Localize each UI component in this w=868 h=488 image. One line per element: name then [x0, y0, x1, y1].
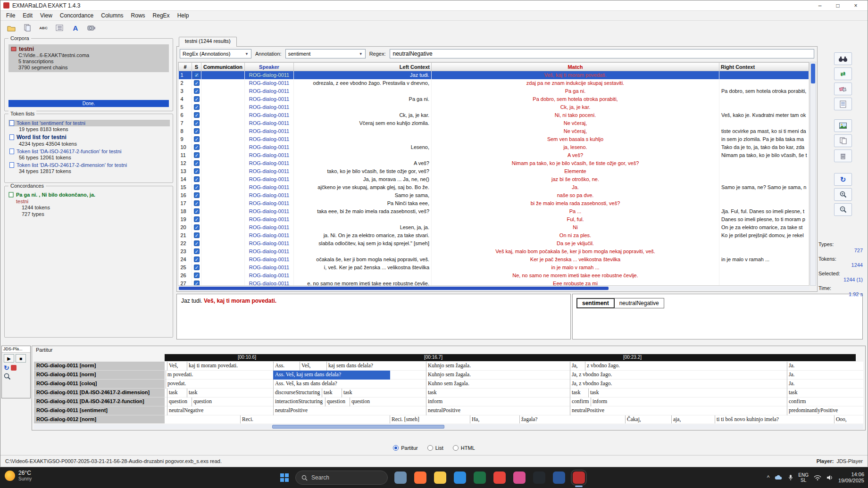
partitur-cell[interactable]: Ass.: [273, 362, 286, 371]
token-list-item[interactable]: Token list 'sentiment' for testni19 type…: [5, 119, 173, 132]
row-checkbox[interactable]: ✓: [194, 216, 200, 222]
edge-taskbar-icon[interactable]: [454, 471, 466, 484]
result-row[interactable]: 27✓ROG-dialog-0011e, no samo ne morem im…: [179, 280, 809, 286]
row-checkbox[interactable]: ✓: [194, 152, 200, 158]
row-checkbox[interactable]: ✓: [194, 136, 200, 142]
concordance-entry[interactable]: Pa ga ni. , Ni bilo dokončano, ja. testn…: [8, 192, 169, 217]
partitur-cell[interactable]: Ass. Veš, kaj sem dans delala?: [273, 371, 390, 380]
partitur-cell[interactable]: neutralPositive: [426, 406, 462, 415]
partitur-cell[interactable]: Kuhnjo sem žagala.: [426, 362, 472, 371]
row-checkbox[interactable]: ✓: [194, 265, 200, 270]
github-desktop-taskbar-icon[interactable]: [533, 471, 545, 484]
volume-icon[interactable]: [826, 475, 833, 480]
result-row[interactable]: 26✓ROG-dialog-0011Ne, no samo ne morem i…: [179, 272, 809, 280]
partitur-cell[interactable]: neutralPositive: [570, 406, 606, 415]
annotation-value-cell[interactable]: neutralNegative: [615, 298, 664, 308]
regex-input[interactable]: [390, 49, 814, 58]
partitur-cell[interactable]: task: [570, 389, 582, 397]
stop-button[interactable]: ■: [16, 354, 26, 363]
result-row[interactable]: 13✓ROG-dialog-0011tako, ko je bilo včasi…: [179, 167, 809, 175]
partitur-cell[interactable]: Veš,: [300, 362, 312, 371]
partitur-cell[interactable]: task: [342, 389, 354, 397]
horizontal-scrollbar[interactable]: [178, 286, 810, 290]
zoom-in-icon[interactable]: [834, 188, 852, 201]
delete-icon[interactable]: [834, 149, 852, 162]
partitur-cell[interactable]: neutralNegative: [167, 406, 205, 415]
file-explorer-taskbar-icon[interactable]: [434, 471, 446, 484]
wifi-icon[interactable]: [814, 475, 821, 480]
result-row[interactable]: 5✓ROG-dialog-0011Ck, ja, je kar.: [179, 103, 809, 111]
row-checkbox[interactable]: ✓: [194, 176, 200, 182]
partitur-cell[interactable]: question: [192, 397, 213, 406]
loop-icon[interactable]: ↻: [4, 364, 9, 372]
row-checkbox[interactable]: ✓: [194, 208, 200, 214]
partitur-track-label[interactable]: ROG-dialog-0011 [coloq]: [34, 380, 165, 389]
row-checkbox[interactable]: ✓: [194, 168, 200, 174]
search-binoculars-icon[interactable]: [834, 52, 852, 65]
row-checkbox[interactable]: ✓: [194, 104, 200, 110]
partitur-scrollbar[interactable]: [34, 424, 863, 429]
media-app-taskbar-icon[interactable]: [513, 471, 526, 484]
partitur-cell[interactable]: task: [787, 389, 799, 397]
partitur-cell[interactable]: inform: [426, 397, 444, 406]
copy-icon[interactable]: [834, 134, 852, 147]
result-row[interactable]: 8✓ROG-dialog-0011Ne včeraj,tiste ocvirke…: [179, 127, 809, 135]
onedrive-cloud-icon[interactable]: [775, 475, 783, 480]
token-list-item[interactable]: Token list 'DA-ISO-24617-2-dimension' fo…: [5, 161, 173, 174]
new-document-icon[interactable]: [21, 22, 33, 33]
row-checkbox[interactable]: ✓: [194, 200, 200, 206]
partitur-cell[interactable]: predominantlyPositive: [787, 406, 839, 415]
result-row[interactable]: 6✓ROG-dialog-0011Ck, ja, je kar.Ni, ni t…: [179, 111, 809, 119]
partitur-cell[interactable]: z vbodno žago.: [585, 362, 621, 371]
partitur-cell[interactable]: task: [426, 389, 438, 397]
partitur-cell[interactable]: neutralPositive: [273, 406, 309, 415]
row-checkbox[interactable]: ✓: [194, 72, 200, 78]
result-row[interactable]: 14✓ROG-dialog-0011Ja, ja, morava ... Ja,…: [179, 175, 809, 183]
row-checkbox[interactable]: ✓: [194, 248, 200, 254]
partitur-cell[interactable]: question: [350, 397, 371, 406]
open-corpus-icon[interactable]: [5, 22, 17, 33]
partitur-cell[interactable]: m povedati.: [166, 371, 194, 380]
partitur-cell[interactable]: žagala?: [519, 415, 539, 423]
result-row[interactable]: 22✓ROG-dialog-0011slabša odločitev, kaj …: [179, 240, 809, 248]
view-radio-html[interactable]: HTML: [453, 445, 475, 451]
task-view-taskbar-icon[interactable]: [394, 471, 407, 484]
result-row[interactable]: 21✓ROG-dialog-0011ja. Ni. On je za elekt…: [179, 232, 809, 240]
partitur-track-label[interactable]: ROG-dialog-0011 [norm]: [34, 371, 165, 380]
result-row[interactable]: 23✓ROG-dialog-0011Veš kaj, malo bom poča…: [179, 248, 809, 256]
partitur-cell[interactable]: ti ti boš novo kuhinjo imela?: [715, 415, 780, 423]
row-checkbox[interactable]: ✓: [194, 240, 200, 246]
close-button[interactable]: ×: [847, 0, 865, 10]
row-checkbox[interactable]: ✓: [194, 273, 200, 278]
column-header-match[interactable]: Match: [432, 63, 719, 71]
player-icon[interactable]: [85, 22, 98, 33]
menu-edit[interactable]: Edit: [19, 11, 36, 20]
annotation-select[interactable]: sentiment▼: [285, 49, 366, 58]
word-taskbar-icon[interactable]: [553, 471, 565, 484]
menu-file[interactable]: File: [2, 11, 19, 20]
row-checkbox[interactable]: ✓: [194, 120, 200, 126]
partitur-cell[interactable]: Čakaj,: [625, 415, 643, 423]
partitur-cell[interactable]: Ja.: [787, 362, 796, 371]
play-button[interactable]: ▶: [4, 354, 14, 363]
zoom-out-icon[interactable]: [834, 203, 852, 216]
result-row[interactable]: 19✓ROG-dialog-0011Ful, ful.Danes so imel…: [179, 215, 809, 223]
record-icon[interactable]: [11, 365, 17, 371]
weather-widget[interactable]: 26°C Sunny: [5, 470, 32, 482]
partitur-cell[interactable]: question: [167, 397, 189, 406]
firefox-taskbar-icon[interactable]: [414, 471, 426, 484]
row-checkbox[interactable]: ✓: [194, 256, 200, 262]
row-checkbox[interactable]: ✓: [194, 224, 200, 230]
partitur-cell[interactable]: Kuhno sem žagala.: [426, 380, 471, 389]
result-row[interactable]: 9✓ROG-dialog-0011Sem ven basala s kuhljo…: [179, 135, 809, 143]
partitur-cell[interactable]: Reci. [smeh]: [390, 415, 421, 423]
partitur-cell[interactable]: Ja.: [787, 371, 796, 380]
result-row[interactable]: 4✓ROG-dialog-0011Pa ga ni.Pa dobro, sem …: [179, 95, 809, 103]
eraser-icon[interactable]: [834, 83, 852, 95]
image-icon[interactable]: [834, 119, 852, 132]
taskbar-search[interactable]: Search: [295, 471, 388, 485]
row-checkbox[interactable]: ✓: [194, 184, 200, 190]
column-header-speaker[interactable]: Speaker: [245, 63, 294, 71]
menu-concordance[interactable]: Concordance: [56, 11, 97, 20]
view-radio-partitur[interactable]: Partitur: [393, 445, 417, 451]
